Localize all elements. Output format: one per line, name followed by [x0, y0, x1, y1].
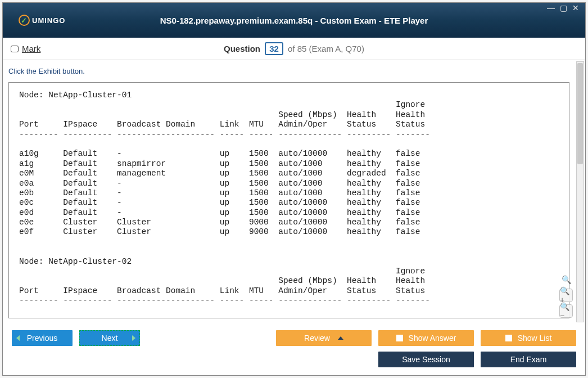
zoom-in-icon[interactable]: 🔍+: [559, 289, 573, 302]
next-button[interactable]: Next: [79, 330, 140, 346]
instruction-text: Click the Exhibit button.: [8, 67, 569, 75]
window-title: NS0-182.prepaway.premium.exam.85q - Cust…: [160, 16, 428, 25]
end-exam-button[interactable]: End Exam: [481, 352, 576, 367]
content-area: Click the Exhibit button. Node: NetApp-C…: [3, 60, 585, 323]
show-list-button[interactable]: Show List: [481, 330, 576, 346]
question-rest: of 85 (Exam A, Q70): [288, 44, 364, 53]
mark-label: Mark: [22, 44, 40, 53]
zoom-tools: 🔍 🔍+ 🔍−: [559, 273, 573, 318]
bottom-toolbar: Previous Next Review Show Answer Show Li…: [3, 323, 585, 375]
previous-button[interactable]: Previous: [12, 330, 73, 346]
question-header: Mark Question 32 of 85 (Exam A, Q70): [3, 38, 585, 60]
logo-check-icon: ✓: [19, 15, 30, 26]
caret-up-icon: [338, 336, 343, 340]
scroll-region[interactable]: Click the Exhibit button. Node: NetApp-C…: [3, 60, 575, 323]
zoom-out-icon[interactable]: 🔍−: [559, 304, 573, 318]
zoom-reset-icon[interactable]: 🔍: [559, 273, 573, 286]
question-prefix: Question: [224, 44, 260, 53]
exhibit-box: Node: NetApp-Cluster-01 Ignore Speed (Mb…: [8, 82, 569, 318]
maximize-icon[interactable]: ▢: [558, 3, 568, 12]
vertical-scrollbar[interactable]: [576, 61, 584, 322]
checkbox-icon: [505, 335, 512, 341]
minimize-icon[interactable]: —: [546, 3, 556, 12]
window-controls: — ▢ ✕: [546, 3, 581, 12]
brand-logo: ✓ UMINGO: [19, 15, 65, 26]
mark-checkbox-icon[interactable]: [11, 46, 19, 52]
app-window: ✓ UMINGO NS0-182.prepaway.premium.exam.8…: [2, 2, 586, 376]
question-number: 32: [265, 42, 283, 55]
show-answer-button[interactable]: Show Answer: [378, 330, 474, 346]
close-icon[interactable]: ✕: [571, 3, 581, 12]
review-button[interactable]: Review: [276, 330, 372, 346]
checkbox-icon: [396, 335, 403, 341]
brand-text: UMINGO: [32, 16, 65, 25]
save-session-button[interactable]: Save Session: [378, 352, 474, 367]
title-bar: ✓ UMINGO NS0-182.prepaway.premium.exam.8…: [3, 3, 585, 38]
scrollbar-thumb[interactable]: [577, 63, 583, 164]
mark-toggle[interactable]: Mark: [11, 44, 101, 53]
